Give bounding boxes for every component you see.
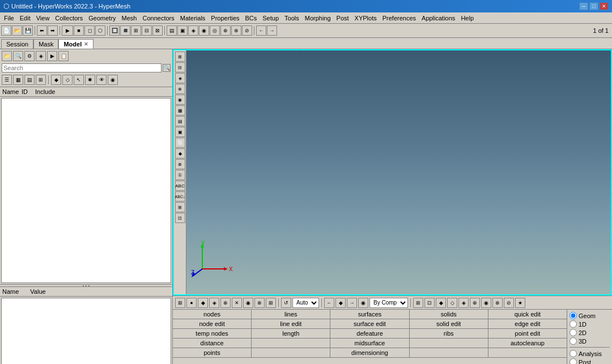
strip-btn-1[interactable]: ⊞ [175,52,185,62]
view-btn-1[interactable]: ☰ [2,75,12,85]
view-btn-2[interactable]: ▦ [13,75,23,85]
radio-geom[interactable]: Geom [570,312,610,319]
menu-item-preferences[interactable]: Preferences [380,14,419,22]
radio-1d-input[interactable] [570,320,577,328]
vp-btn-23[interactable]: ⊘ [504,298,514,308]
left-btn-2[interactable]: 🔍 [13,51,23,61]
grid-cell-0-4[interactable]: quick edit [488,310,567,319]
menu-item-morphing[interactable]: Morphing [302,14,334,22]
tab-model[interactable]: Model ✕ [58,39,94,49]
vp-btn-1[interactable]: ⊞ [175,298,185,308]
tb-btn-21[interactable]: ← [256,25,266,36]
vp-btn-11[interactable]: ← [324,298,334,308]
minimize-button[interactable]: ─ [579,2,588,10]
tb-btn-18[interactable]: ⊕ [220,25,231,36]
grid-cell-2-1[interactable]: length [252,329,330,338]
left-btn-5[interactable]: ▶ [47,51,57,61]
strip-btn-13[interactable]: ABC [175,181,185,191]
tab-close-icon[interactable]: ✕ [84,41,88,47]
tb-btn-3[interactable]: ➡ [48,25,58,36]
vp-btn-7[interactable]: ◉ [243,298,253,308]
strip-btn-9[interactable]: ⬜ [175,138,185,148]
view-btn-5[interactable]: ◆ [51,75,61,85]
tab-mask[interactable]: Mask [33,39,58,49]
left-btn-3[interactable]: ⚙ [24,51,35,61]
grid-cell-3-0[interactable]: distance [173,339,252,348]
vp-btn-13[interactable]: → [347,298,357,308]
grid-cell-2-3[interactable]: ribs [410,329,488,338]
view-btn-6[interactable]: ◇ [62,75,73,85]
title-bar-controls[interactable]: ─ □ ✕ [579,2,609,10]
view-btn-8[interactable]: 👁 [96,75,107,85]
menu-item-connectors[interactable]: Connectors [139,14,177,22]
vp-btn-14[interactable]: ◉ [358,298,368,308]
menu-item-edit[interactable]: Edit [17,14,33,22]
viewport[interactable]: ⊞ ⊟ ◈ ⊕ ◉ ▦ ▤ ▣ ⬜ ◆ ⊗ ① ABC ABC↓ ⊞ ⊡ [173,49,612,296]
tb-btn-20[interactable]: ⊘ [242,25,252,36]
menu-item-materials[interactable]: Materials [177,14,209,22]
vp-btn-24[interactable]: ★ [515,298,525,308]
vp-btn-17[interactable]: ◆ [436,298,446,308]
grid-cell-2-4[interactable]: point edit [488,329,567,338]
menu-item-file[interactable]: File [1,14,17,22]
strip-btn-15[interactable]: ⊞ [175,202,185,212]
tb-btn-2[interactable]: ⬅ [37,25,47,36]
vp-btn-10[interactable]: ↺ [281,298,291,308]
tb-btn-19[interactable]: ⊗ [231,25,241,36]
radio-post[interactable]: Post [570,358,610,364]
radio-post-input[interactable] [570,358,577,364]
new-button[interactable]: 📄 [1,25,11,36]
tab-session[interactable]: Session [1,39,33,49]
view-btn-4[interactable]: ⊞ [36,75,46,85]
tb-btn-22[interactable]: → [267,25,277,36]
tb-btn-12[interactable]: ⊠ [152,25,163,36]
vp-btn-21[interactable]: ◉ [481,298,491,308]
tb-btn-16[interactable]: ◉ [199,25,209,36]
view-btn-9[interactable]: ◉ [108,75,118,85]
left-btn-6[interactable]: 📋 [58,51,69,61]
vp-btn-16[interactable]: ⊡ [424,298,435,308]
model-tree[interactable] [1,98,171,283]
grid-cell-3-4[interactable]: autocleanup [488,339,567,348]
menu-item-properties[interactable]: Properties [208,14,242,22]
menu-item-help[interactable]: Help [458,14,477,22]
grid-cell-1-1[interactable]: line edit [252,319,330,328]
tb-btn-5[interactable]: ■ [74,25,84,36]
tb-btn-11[interactable]: ⊟ [142,25,152,36]
vp-btn-20[interactable]: ⊕ [470,298,480,308]
grid-cell-1-4[interactable]: edge edit [488,319,567,328]
view-btn-3[interactable]: ▤ [24,75,35,85]
radio-analysis[interactable]: Analysis [570,350,610,357]
radio-2d-input[interactable] [570,329,577,336]
vp-btn-18[interactable]: ◇ [447,298,457,308]
grid-cell-3-2[interactable]: midsurface [330,339,409,348]
tb-btn-17[interactable]: ◎ [210,25,220,36]
vp-btn-9[interactable]: ⊞ [266,298,276,308]
vp-btn-19[interactable]: ◈ [458,298,469,308]
tb-btn-4[interactable]: ▶ [62,25,73,36]
radio-2d[interactable]: 2D [570,329,610,336]
radio-3d-input[interactable] [570,337,577,345]
grid-cell-0-1[interactable]: lines [252,310,330,319]
grid-cell-0-3[interactable]: solids [410,310,488,319]
vp-btn-22[interactable]: ⊗ [492,298,503,308]
open-button[interactable]: 📂 [12,25,22,36]
auto-select[interactable]: Auto [292,298,319,308]
grid-cell-0-2[interactable]: surfaces [330,310,409,319]
grid-cell-1-0[interactable]: node edit [173,319,252,328]
grid-cell-4-2[interactable]: dimensioning [330,348,409,357]
tb-btn-9[interactable]: 🔳 [120,25,130,36]
menu-item-collectors[interactable]: Collectors [52,14,86,22]
strip-btn-5[interactable]: ◉ [175,95,185,105]
vp-btn-12[interactable]: ◆ [335,298,346,308]
menu-item-applications[interactable]: Applications [419,14,458,22]
strip-btn-12[interactable]: ① [175,170,185,180]
menu-item-xyplots[interactable]: XYPlots [352,14,380,22]
grid-cell-2-2[interactable]: defeature [330,329,409,338]
maximize-button[interactable]: □ [589,2,598,10]
left-btn-4[interactable]: ◈ [36,51,46,61]
strip-btn-3[interactable]: ◈ [175,73,185,83]
vp-btn-4[interactable]: ◈ [209,298,219,308]
menu-item-view[interactable]: View [33,14,53,22]
menu-item-geometry[interactable]: Geometry [86,14,118,22]
